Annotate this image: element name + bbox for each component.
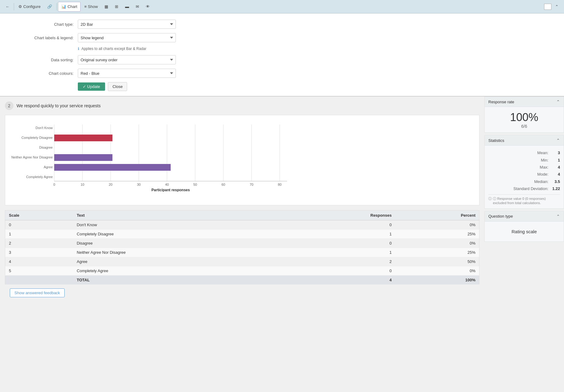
- svg-text:25%: 25%: [115, 156, 121, 160]
- email-icon: ✉: [136, 4, 139, 9]
- bar-agree: [54, 164, 171, 171]
- left-panel: 2 We respond quickly to your service req…: [0, 97, 484, 303]
- statistics-note-text: ⓘ Response value 0 (0 responses) exclude…: [493, 196, 560, 205]
- bar-completely-disagree: [54, 135, 112, 141]
- cell-total-scale: [5, 276, 73, 285]
- chart-container: Don't Know Completely Disagree Disagree …: [5, 115, 479, 205]
- cell-responses: 0: [287, 266, 395, 276]
- svg-text:Neither Agree Nor Disagree: Neither Agree Nor Disagree: [11, 155, 53, 159]
- cell-percent: 25%: [395, 230, 479, 239]
- close-button[interactable]: Close: [108, 82, 127, 91]
- stat-label: Min:: [541, 157, 548, 164]
- cell-scale: 1: [5, 230, 73, 239]
- stat-label: Standard Deviation:: [513, 185, 548, 192]
- back-button[interactable]: ←: [2, 2, 13, 12]
- config-panel: Chart type: 2D Bar 3D Bar Line Pie Chart…: [0, 13, 564, 97]
- stat-row: Median: 3.5: [488, 178, 560, 185]
- toolbar: ← ⚙ Configure 🔗 📊 Chart ≡ Show ▦ ⊞ ▬ ✉ 👁…: [0, 0, 564, 13]
- stat-value: 4: [551, 164, 560, 171]
- cell-text: Completely Disagree: [73, 230, 287, 239]
- statistics-header[interactable]: Statistics: [485, 135, 564, 146]
- stat-value: 3: [551, 149, 560, 156]
- cell-total-label: TOTAL: [73, 276, 287, 285]
- svg-text:Agree: Agree: [44, 165, 53, 169]
- cell-responses: 1: [287, 248, 395, 257]
- cell-responses: 0: [287, 220, 395, 230]
- svg-text:Don't Know: Don't Know: [36, 126, 53, 130]
- info-icon: ℹ: [78, 47, 79, 51]
- svg-text:Disagree: Disagree: [39, 146, 53, 149]
- eye-button[interactable]: 👁: [143, 2, 153, 12]
- stat-row: Max: 4: [488, 164, 560, 171]
- show-feedback-button[interactable]: Show answered feedback: [10, 288, 65, 297]
- question-type-title: Question type: [488, 214, 513, 219]
- statistics-note: ⓘ ⓘ Response value 0 (0 responses) exclu…: [488, 194, 560, 205]
- sorting-label: Data sorting:: [12, 58, 74, 62]
- chart-bar-icon: 📊: [61, 4, 66, 9]
- update-button[interactable]: ✓ Update: [78, 82, 105, 91]
- colours-select[interactable]: Red - Blue Blue - Green Monochrome: [78, 69, 176, 78]
- response-rate-fraction: 6/6: [488, 124, 560, 129]
- white-box: [544, 4, 551, 10]
- collapse-button[interactable]: ⌃: [552, 2, 562, 12]
- bar-chart-button[interactable]: ▦: [101, 2, 111, 12]
- toolbar-separator: [14, 3, 14, 10]
- table-row: 5 Completely Agree 0 0%: [5, 266, 479, 276]
- chevron-up-icon: [556, 99, 560, 104]
- table-icon: ⊞: [115, 4, 118, 9]
- svg-text:0: 0: [53, 183, 55, 186]
- statistics-body: Mean: 3 Min: 1 Max: 4 Mode: 4 Median: 3.…: [485, 146, 564, 208]
- svg-text:50: 50: [193, 183, 197, 186]
- media-icon: ▬: [125, 4, 129, 9]
- cell-scale: 2: [5, 239, 73, 248]
- cell-responses: 2: [287, 257, 395, 266]
- media-button[interactable]: ▬: [122, 2, 132, 12]
- bar-chart-svg: Don't Know Completely Disagree Disagree …: [8, 121, 290, 192]
- svg-text:30: 30: [137, 183, 141, 186]
- cell-text: Disagree: [73, 239, 287, 248]
- col-scale: Scale: [5, 211, 73, 220]
- stat-value: 3.5: [551, 178, 560, 185]
- email-button[interactable]: ✉: [133, 2, 142, 12]
- col-responses: Responses: [287, 211, 395, 220]
- statistics-section: Statistics Mean: 3 Min: 1 Max: 4 Mode: 4…: [484, 135, 564, 208]
- share-button[interactable]: 🔗: [44, 2, 55, 12]
- svg-text:20: 20: [109, 183, 112, 186]
- toolbar-separator-2: [56, 3, 57, 10]
- response-rate-title: Response rate: [488, 100, 514, 104]
- legend-note: ℹ Applies to all charts except Bar & Rad…: [66, 47, 564, 51]
- stat-value: 1.22: [551, 185, 560, 192]
- bar-neither: [54, 154, 112, 161]
- stat-label: Mode:: [537, 171, 548, 178]
- table-button[interactable]: ⊞: [112, 2, 121, 12]
- stat-label: Max:: [540, 164, 548, 171]
- configure-icon: ⚙: [18, 4, 22, 9]
- share-icon: 🔗: [47, 4, 52, 9]
- question-type-header[interactable]: Question type: [485, 211, 564, 222]
- chart-type-select[interactable]: 2D Bar 3D Bar Line Pie: [78, 20, 176, 29]
- svg-text:Completely Agree: Completely Agree: [26, 175, 53, 179]
- stat-label: Mean:: [537, 149, 548, 156]
- table-row: 0 Don't Know 0 0%: [5, 220, 479, 230]
- sorting-select[interactable]: Original survey order Ascending Descendi…: [78, 55, 176, 64]
- table-row: 2 Disagree 0 0%: [5, 239, 479, 248]
- sorting-row: Data sorting: Original survey order Asce…: [0, 55, 564, 64]
- eye-icon: 👁: [146, 4, 150, 9]
- question-text: We respond quickly to your service reque…: [17, 103, 100, 108]
- statistics-title: Statistics: [488, 138, 504, 143]
- svg-text:10: 10: [81, 183, 84, 186]
- chevron-up-icon: ⌃: [555, 4, 558, 9]
- legend-select[interactable]: Show legend Hide legend Show labels: [78, 33, 176, 42]
- cell-percent: 0%: [395, 266, 479, 276]
- response-rate-percent: 100%: [488, 111, 560, 124]
- chart-button[interactable]: 📊 Chart: [58, 2, 81, 12]
- response-rate-header[interactable]: Response rate: [485, 97, 564, 107]
- configure-button[interactable]: ⚙ Configure: [15, 2, 44, 12]
- question-header: 2 We respond quickly to your service req…: [5, 101, 479, 110]
- show-label: Show: [88, 4, 98, 9]
- cell-scale: 0: [5, 220, 73, 230]
- cell-responses: 0: [287, 239, 395, 248]
- col-text: Text: [73, 211, 287, 220]
- show-button[interactable]: ≡ Show: [81, 2, 101, 12]
- data-table: Scale Text Responses Percent 0 Don't Kno…: [5, 210, 479, 285]
